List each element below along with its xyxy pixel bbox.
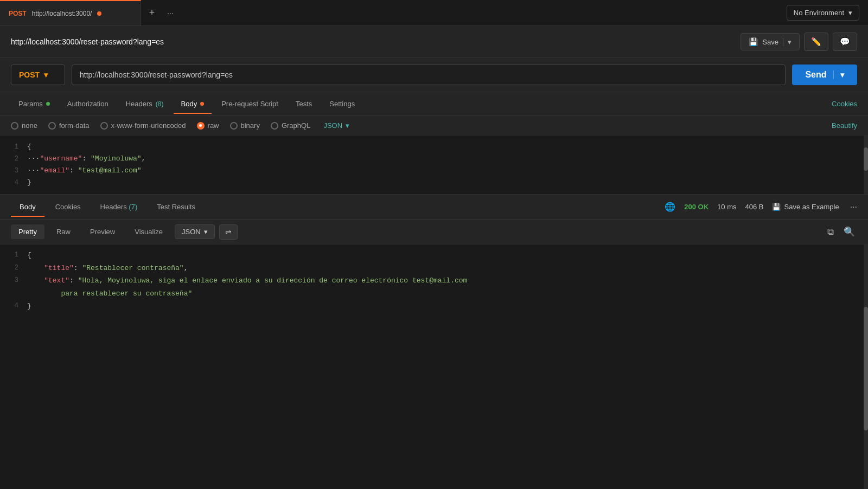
tab-headers[interactable]: Headers (8): [118, 94, 171, 113]
radio-binary[interactable]: binary: [230, 121, 260, 130]
editor-scrollbar-thumb: [864, 147, 868, 171]
method-chevron: ▾: [44, 70, 48, 79]
environment-label: No Environment: [794, 9, 844, 17]
code-line-1: 1 {: [0, 141, 868, 153]
json-chevron: ▾: [346, 121, 349, 130]
body-type-row: none form-data x-www-form-urlencoded raw…: [0, 116, 868, 136]
radio-urlencoded[interactable]: x-www-form-urlencoded: [100, 121, 186, 130]
code-line-2: 2 ···"username": "Moyinoluwa",: [0, 153, 868, 165]
response-status: 🌐 200 OK 10 ms 406 B 💾 Save as Example ·…: [665, 202, 857, 212]
method-selector[interactable]: POST ▾: [11, 65, 65, 85]
radio-raw-circle: [197, 122, 205, 130]
beautify-button[interactable]: Beautify: [832, 121, 857, 130]
fmt-visualize[interactable]: Visualize: [127, 224, 170, 239]
response-format-dropdown[interactable]: JSON ▾: [175, 224, 215, 239]
params-dot: [46, 102, 50, 106]
save-example-label: Save as Example: [784, 203, 839, 211]
response-size: 406 B: [745, 203, 764, 211]
request-input-row: POST ▾ Send ▾: [0, 58, 868, 92]
resp-tab-body[interactable]: Body: [11, 197, 44, 216]
radio-none-circle: [11, 122, 18, 130]
radio-raw[interactable]: raw: [197, 121, 219, 130]
response-more-button[interactable]: ···: [848, 202, 857, 212]
send-button[interactable]: Send ▾: [792, 65, 857, 85]
radio-binary-circle: [230, 122, 238, 130]
tab-more-button[interactable]: ···: [163, 9, 178, 17]
response-tabs: Body Cookies Headers (7) Test Results 🌐 …: [0, 195, 868, 220]
response-time: 10 ms: [717, 203, 736, 211]
tab-method: POST: [9, 10, 27, 17]
tab-authorization[interactable]: Authorization: [60, 94, 116, 113]
tab-prerequest[interactable]: Pre-request Script: [214, 94, 286, 113]
resp-tab-headers[interactable]: Headers (7): [92, 197, 146, 216]
save-button[interactable]: 💾 Save ▾: [741, 33, 800, 50]
response-format-right: ⧉ 🔍: [825, 224, 857, 240]
editor-scrollbar[interactable]: [864, 136, 868, 194]
resp-code-line-1: 1 {: [0, 249, 868, 261]
method-label: POST: [19, 70, 40, 79]
tab-settings[interactable]: Settings: [322, 94, 362, 113]
send-dropdown-arrow[interactable]: ▾: [833, 70, 844, 79]
response-body-editor[interactable]: 1 { 2 "title": "Restablecer contraseña",…: [0, 244, 868, 489]
url-bar: http://localhost:3000/reset-password?lan…: [0, 26, 868, 58]
radio-formdata-circle: [48, 122, 56, 130]
json-label: JSON: [323, 121, 342, 130]
response-format-row: Pretty Raw Preview Visualize JSON ▾ ⇌ ⧉ …: [0, 220, 868, 244]
resp-code-line-3: 3 "text": "Hola, Moyinoluwa, siga el enl…: [0, 274, 868, 287]
url-display: http://localhost:3000/reset-password?lan…: [11, 37, 734, 46]
resp-code-line-2: 2 "title": "Restablecer contraseña",: [0, 262, 868, 274]
send-label: Send: [805, 70, 826, 80]
save-label: Save: [762, 38, 778, 46]
tab-url: http://localhost:3000/: [32, 10, 92, 17]
tab-body[interactable]: Body: [174, 94, 212, 113]
response-scrollbar[interactable]: [864, 244, 868, 489]
format-chevron: ▾: [204, 228, 208, 236]
save-icon: 💾: [772, 203, 781, 211]
url-input[interactable]: [72, 65, 786, 85]
json-type-dropdown[interactable]: JSON ▾: [323, 121, 349, 130]
radio-graphql-circle: [271, 122, 278, 130]
body-dot: [200, 102, 204, 106]
request-body-editor[interactable]: 1 { 2 ···"username": "Moyinoluwa", 3 ···…: [0, 136, 868, 195]
tab-unsaved-dot: [97, 11, 101, 16]
resp-tab-tests[interactable]: Test Results: [148, 197, 204, 216]
tab-params[interactable]: Params: [11, 94, 58, 113]
save-chevron[interactable]: ▾: [783, 38, 792, 46]
request-tabs: Params Authorization Headers (8) Body Pr…: [0, 92, 868, 116]
cookies-link[interactable]: Cookies: [832, 100, 857, 108]
code-line-3: 3 ···"email": "test@mail.com": [0, 165, 868, 177]
active-tab[interactable]: POST http://localhost:3000/: [0, 0, 141, 25]
copy-button[interactable]: ⧉: [825, 224, 836, 240]
new-tab-button[interactable]: +: [141, 0, 163, 25]
comment-button[interactable]: 💬: [833, 33, 857, 51]
fmt-pretty[interactable]: Pretty: [11, 224, 44, 239]
radio-graphql[interactable]: GraphQL: [271, 121, 310, 130]
edit-button[interactable]: ✏️: [804, 33, 828, 51]
radio-none[interactable]: none: [11, 121, 37, 130]
search-button[interactable]: 🔍: [841, 224, 857, 240]
fmt-raw[interactable]: Raw: [49, 224, 78, 239]
tab-tests[interactable]: Tests: [288, 94, 320, 113]
tab-bar-right: No Environment ▾: [787, 5, 868, 21]
globe-icon: 🌐: [665, 202, 675, 212]
wrap-button[interactable]: ⇌: [219, 224, 238, 240]
resp-code-line-4: 4 }: [0, 300, 868, 312]
resp-code-line-3-cont: para restablecer su contraseña": [0, 287, 868, 300]
save-example-button[interactable]: 💾 Save as Example: [772, 203, 839, 211]
status-code: 200 OK: [684, 203, 709, 211]
environment-chevron: ▾: [848, 9, 852, 17]
tab-bar: POST http://localhost:3000/ + ··· No Env…: [0, 0, 868, 26]
environment-selector[interactable]: No Environment ▾: [787, 5, 859, 21]
radio-formdata[interactable]: form-data: [48, 121, 90, 130]
url-actions: 💾 Save ▾ ✏️ 💬: [741, 33, 857, 51]
radio-urlencoded-circle: [100, 122, 108, 130]
response-scrollbar-thumb: [864, 307, 868, 430]
format-label: JSON: [182, 228, 201, 236]
fmt-preview[interactable]: Preview: [82, 224, 123, 239]
code-line-4: 4 }: [0, 177, 868, 189]
resp-tab-cookies[interactable]: Cookies: [47, 197, 90, 216]
